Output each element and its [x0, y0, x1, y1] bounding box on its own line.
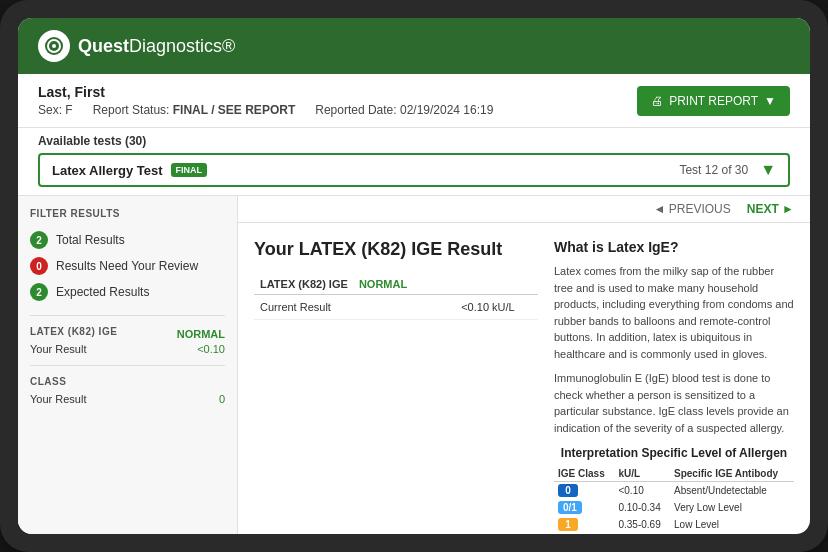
latex-result-value: <0.10: [197, 343, 225, 355]
available-tests-label: Available tests (30): [38, 134, 790, 148]
final-badge: FINAL: [171, 163, 208, 177]
ige-col-antibody: Specific IGE Antibody: [670, 466, 794, 482]
filter-item-review: 0 Results Need Your Review: [30, 253, 225, 279]
divider-1: [30, 315, 225, 316]
total-badge: 2: [30, 231, 48, 249]
filter-item-total: 2 Total Results: [30, 227, 225, 253]
logo-circle: [38, 30, 70, 62]
report-status: Report Status: FINAL / SEE REPORT: [93, 103, 296, 117]
ige-col-kul: kU/L: [614, 466, 670, 482]
table-row: 0/1 0.10-0.34 Very Low Level: [554, 499, 794, 516]
result-title: Your LATEX (K82) IGE Result: [254, 239, 538, 260]
right-info: What is Latex IgE? Latex comes from the …: [554, 239, 794, 534]
reported-date: Reported Date: 02/19/2024 16:19: [315, 103, 493, 117]
filter-title: FILTER RESULTS: [30, 208, 225, 219]
chevron-down-icon: ▼: [760, 161, 776, 179]
header: QuestDiagnostics®: [18, 18, 810, 74]
patient-details: Sex: F Report Status: FINAL / SEE REPORT…: [38, 103, 493, 117]
patient-bar: Last, First Sex: F Report Status: FINAL …: [18, 74, 810, 128]
result-col2-header: [455, 274, 538, 295]
class-result-value: 0: [219, 393, 225, 405]
result-row-value: <0.10 kU/L: [455, 295, 538, 320]
next-button[interactable]: NEXT ►: [747, 202, 794, 216]
patient-name: Last, First: [38, 84, 493, 100]
main-content: FILTER RESULTS 2 Total Results 0 Results…: [18, 196, 810, 534]
latex-ige-section: LATEX (K82) IGE NORMAL Your Result <0.10: [30, 326, 225, 355]
latex-result-row: Your Result <0.10: [30, 343, 225, 355]
class-section-name: CLASS: [30, 376, 66, 387]
previous-button[interactable]: ◄ PREVIOUS: [654, 202, 731, 216]
test-selector-left: Latex Allergy Test FINAL: [52, 163, 207, 178]
latex-result-label: Your Result: [30, 343, 86, 355]
left-results: Your LATEX (K82) IGE Result LATEX (K82) …: [254, 239, 538, 534]
available-tests-bar: Available tests (30) Latex Allergy Test …: [18, 128, 810, 196]
result-table: LATEX (K82) IGE NORMAL Current Result <0…: [254, 274, 538, 320]
screen: QuestDiagnostics® Last, First Sex: F Rep…: [18, 18, 810, 534]
latex-section-header: LATEX (K82) IGE NORMAL: [30, 326, 225, 341]
print-button[interactable]: 🖨 PRINT REPORT ▼: [637, 86, 790, 116]
expected-label: Expected Results: [56, 285, 149, 299]
ige-range-cell: 0.70-3.49: [614, 533, 670, 534]
logo-area: QuestDiagnostics®: [38, 30, 235, 62]
ige-range-cell: <0.10: [614, 482, 670, 500]
test-number: Test 12 of 30: [679, 163, 748, 177]
sidebar: FILTER RESULTS 2 Total Results 0 Results…: [18, 196, 238, 534]
info-paragraph2: Immunoglobulin E (IgE) blood test is don…: [554, 370, 794, 436]
interpretation-title: Interpretation Specific Level of Allerge…: [554, 446, 794, 460]
ige-range-cell: 0.10-0.34: [614, 499, 670, 516]
ige-col-class: IGE Class: [554, 466, 614, 482]
table-row: Current Result <0.10 kU/L: [254, 295, 538, 320]
expected-badge: 2: [30, 283, 48, 301]
ige-range-cell: 0.35-0.69: [614, 516, 670, 533]
review-badge: 0: [30, 257, 48, 275]
ige-label-cell: Absent/Undetectable: [670, 482, 794, 500]
class-section-header: CLASS: [30, 376, 225, 391]
logo-text: QuestDiagnostics®: [78, 36, 235, 57]
ige-label-cell: Very Low Level: [670, 499, 794, 516]
ige-label-cell: Low Level: [670, 516, 794, 533]
nav-bar: ◄ PREVIOUS NEXT ►: [238, 196, 810, 223]
ige-class-cell: 0/1: [554, 499, 614, 516]
total-label: Total Results: [56, 233, 125, 247]
latex-section-status: NORMAL: [177, 328, 225, 340]
patient-sex: Sex: F: [38, 103, 73, 117]
class-section: CLASS Your Result 0: [30, 376, 225, 405]
svg-point-2: [52, 44, 56, 48]
info-paragraph1: Latex comes from the milky sap of the ru…: [554, 263, 794, 362]
test-selector[interactable]: Latex Allergy Test FINAL Test 12 of 30 ▼: [38, 153, 790, 187]
patient-info: Last, First Sex: F Report Status: FINAL …: [38, 84, 493, 117]
latex-section-name: LATEX (K82) IGE: [30, 326, 117, 337]
ige-label-cell: Moderate Level: [670, 533, 794, 534]
divider-2: [30, 365, 225, 366]
result-col1-header: LATEX (K82) IGE NORMAL: [254, 274, 455, 295]
result-row-label: Current Result: [254, 295, 455, 320]
content-area: Your LATEX (K82) IGE Result LATEX (K82) …: [238, 223, 810, 534]
ige-table: IGE Class kU/L Specific IGE Antibody 0 <…: [554, 466, 794, 534]
class-result-label: Your Result: [30, 393, 86, 405]
printer-icon: 🖨: [651, 94, 663, 108]
table-row: 2 0.70-3.49 Moderate Level: [554, 533, 794, 534]
ige-class-cell: 1: [554, 516, 614, 533]
table-row: 1 0.35-0.69 Low Level: [554, 516, 794, 533]
ige-class-cell: 2: [554, 533, 614, 534]
device-frame: QuestDiagnostics® Last, First Sex: F Rep…: [0, 0, 828, 552]
right-panel: ◄ PREVIOUS NEXT ► Your LATEX (K82) IGE R…: [238, 196, 810, 534]
review-label: Results Need Your Review: [56, 259, 198, 273]
ige-class-cell: 0: [554, 482, 614, 500]
result-status: NORMAL: [359, 278, 407, 290]
chevron-down-icon: ▼: [764, 94, 776, 108]
test-name: Latex Allergy Test: [52, 163, 163, 178]
info-title: What is Latex IgE?: [554, 239, 794, 255]
table-row: 0 <0.10 Absent/Undetectable: [554, 482, 794, 500]
filter-item-expected: 2 Expected Results: [30, 279, 225, 305]
class-result-row: Your Result 0: [30, 393, 225, 405]
